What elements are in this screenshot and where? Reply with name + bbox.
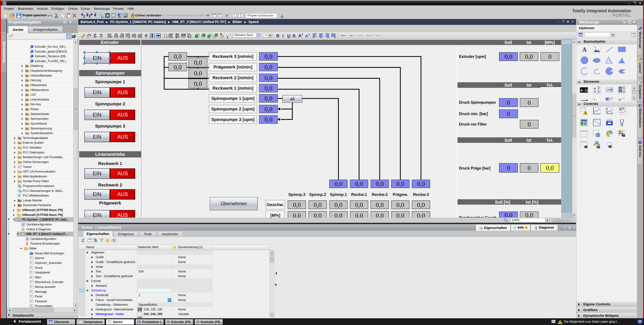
svg-text:RT: RT	[124, 16, 127, 18]
svg-text:A: A	[83, 238, 84, 240]
svg-text:0.12: 0.12	[580, 89, 588, 93]
svg-text:10: 10	[607, 88, 610, 91]
svg-text:•?: •?	[206, 14, 209, 18]
svg-text:x: x	[611, 112, 613, 114]
svg-text:A: A	[594, 90, 596, 93]
svg-text:A: A	[305, 34, 308, 38]
svg-text:Z: Z	[83, 241, 84, 243]
svg-text:0..|: 0..|	[594, 98, 597, 101]
svg-text:A: A	[298, 33, 302, 38]
svg-text:✕: ✕	[225, 14, 228, 18]
svg-text:01: 01	[101, 16, 103, 18]
svg-text:=8: =8	[594, 120, 596, 122]
svg-text:A: A	[582, 46, 587, 52]
svg-text:i: i	[514, 226, 514, 229]
svg-text:A: A	[594, 87, 596, 90]
